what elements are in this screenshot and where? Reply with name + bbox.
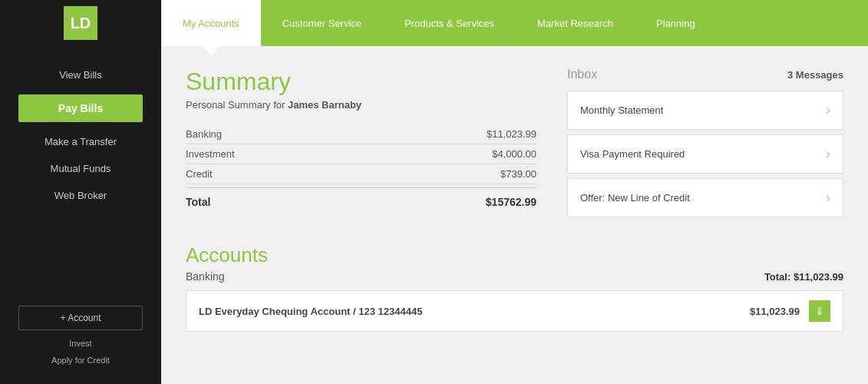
pay-bills-button[interactable]: Pay Bills [18, 94, 143, 122]
content-top: Summary Personal Summary for James Barna… [186, 68, 843, 222]
apply-credit-link[interactable]: Apply for Credit [0, 352, 161, 369]
inbox-offer-prefix: Offer: [580, 192, 608, 204]
nav-item-planning[interactable]: Planning [635, 0, 717, 46]
account-amount: $11,023.99 [750, 306, 800, 317]
inbox-title: Inbox [567, 68, 597, 81]
chevron-right-icon: › [826, 102, 830, 118]
account-right: $11,023.99 ⇓ [750, 300, 830, 322]
body-area: View Bills Pay Bills Make a Transfer Mut… [0, 46, 868, 384]
inbox-offer-text: New Line of Credit [608, 192, 690, 204]
accounts-total: Total: $11,023.99 [764, 271, 843, 283]
account-name: LD Everyday Chequing Account / 123 12344… [199, 306, 422, 317]
logo-box: LD [64, 6, 97, 40]
accounts-section: Accounts Banking Total: $11,023.99 LD Ev… [186, 243, 843, 332]
sidebar-bottom: + Account Invest Apply for Credit [0, 301, 161, 384]
chevron-right-icon-2: › [826, 146, 830, 162]
inbox-item-text-new-credit: Offer: New Line of Credit [580, 192, 690, 204]
inbox-item-new-credit[interactable]: Offer: New Line of Credit › [567, 178, 843, 217]
logo-area: LD [0, 0, 161, 46]
account-download-button[interactable]: ⇓ [809, 300, 830, 322]
summary-banking-amount: $11,023.99 [487, 128, 536, 140]
summary-subtitle: Personal Summary for James Barnaby [186, 99, 536, 111]
summary-row-investment: Investment $4,000.00 [186, 144, 536, 164]
summary-total-row: Total $15762.99 [186, 187, 536, 208]
inbox-message-count: 3 Messages [787, 69, 843, 81]
summary-row-credit: Credit $739.00 [186, 164, 536, 184]
accounts-subtitle-row: Banking Total: $11,023.99 [186, 270, 843, 283]
summary-user-name: James Barnaby [288, 99, 361, 111]
summary-investment-amount: $4,000.00 [492, 148, 536, 160]
chevron-right-icon-3: › [826, 190, 830, 206]
accounts-section-label: Banking [186, 270, 225, 283]
inbox-section: Inbox 3 Messages Monthly Statement › Vis… [567, 68, 843, 222]
inbox-header: Inbox 3 Messages [567, 68, 843, 81]
nav-item-my-accounts[interactable]: My Accounts [161, 0, 261, 46]
accounts-total-amount: $11,023.99 [794, 271, 843, 283]
account-row-checking: LD Everyday Chequing Account / 123 12344… [186, 290, 843, 332]
inbox-item-monthly-statement[interactable]: Monthly Statement › [567, 91, 843, 130]
nav-item-market-research[interactable]: Market Research [516, 0, 635, 46]
make-transfer-link[interactable]: Make a Transfer [0, 128, 161, 155]
summary-credit-label: Credit [186, 168, 213, 180]
add-account-button[interactable]: + Account [18, 306, 143, 330]
summary-row-banking: Banking $11,023.99 [186, 124, 536, 144]
summary-banking-label: Banking [186, 128, 222, 140]
web-broker-link[interactable]: Web Broker [0, 182, 161, 209]
inbox-item-text-visa-payment: Visa Payment Required [580, 148, 685, 160]
invest-link[interactable]: Invest [0, 335, 161, 352]
accounts-total-label: Total: [764, 271, 790, 283]
mutual-funds-link[interactable]: Mutual Funds [0, 155, 161, 182]
top-nav: LD My Accounts Customer Service Products… [0, 0, 868, 46]
summary-total-label: Total [186, 196, 210, 208]
main-content: Summary Personal Summary for James Barna… [161, 46, 868, 384]
nav-items: My Accounts Customer Service Products & … [161, 0, 868, 46]
view-bills-link[interactable]: View Bills [0, 61, 161, 88]
summary-section: Summary Personal Summary for James Barna… [186, 68, 536, 222]
inbox-item-visa-payment[interactable]: Visa Payment Required › [567, 134, 843, 174]
summary-subtitle-prefix: Personal Summary for [186, 99, 285, 111]
summary-credit-amount: $739.00 [500, 168, 536, 180]
sidebar: View Bills Pay Bills Make a Transfer Mut… [0, 46, 161, 384]
nav-item-customer-service[interactable]: Customer Service [261, 0, 383, 46]
summary-title: Summary [186, 68, 536, 96]
summary-investment-label: Investment [186, 148, 235, 160]
accounts-title: Accounts [186, 243, 843, 267]
nav-item-products-services[interactable]: Products & Services [383, 0, 516, 46]
summary-total-amount: $15762.99 [486, 196, 536, 208]
inbox-item-text-monthly-statement: Monthly Statement [580, 104, 663, 116]
